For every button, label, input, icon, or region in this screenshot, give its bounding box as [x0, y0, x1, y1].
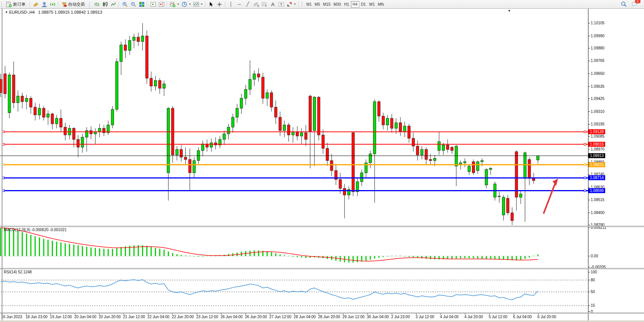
rsi-tick-label: 100 — [591, 270, 597, 274]
candle-body — [17, 96, 19, 103]
price-tick-label: 1.09535 — [591, 84, 604, 89]
dropdown-caret-icon: ▼ — [177, 3, 179, 5]
toolbar-grip[interactable] — [302, 2, 304, 7]
candle-body — [197, 151, 200, 160]
fibonacci-button[interactable]: F — [260, 0, 269, 8]
level-price-badge: 1.09016 — [588, 142, 605, 147]
line-handle[interactable] — [3, 177, 5, 179]
candle-body — [12, 75, 15, 103]
candle-body — [4, 74, 6, 94]
crosshair-button[interactable] — [215, 0, 224, 8]
pane-splitter-macd[interactable] — [0, 226, 644, 227]
autotrading-button[interactable]: 自动交易 — [60, 0, 88, 8]
candle-body — [403, 126, 406, 132]
line-handle[interactable] — [3, 143, 5, 145]
styler-button[interactable] — [32, 0, 40, 8]
pane-splitter-timeaxis[interactable] — [0, 312, 644, 314]
candle-body — [274, 107, 277, 117]
candle-body — [520, 194, 522, 197]
svg-text:E: E — [257, 5, 259, 7]
timeframe-w1[interactable]: W1 — [368, 1, 376, 8]
price-tick-label: 1.09085 — [591, 134, 604, 138]
collapse-icon[interactable]: ▼ — [5, 11, 8, 14]
zoom-in-button[interactable] — [121, 0, 129, 8]
timeframe-d1[interactable]: D1 — [359, 1, 368, 8]
trendline-button[interactable]: ╱ — [244, 0, 252, 8]
price-tick-label: 1.09425 — [591, 97, 604, 101]
timeframe-mn[interactable]: MN — [376, 1, 386, 8]
candle-body — [296, 132, 299, 136]
indicators-button[interactable]: ▼ — [169, 0, 180, 8]
signals-button[interactable] — [48, 0, 57, 8]
candle-body — [477, 162, 479, 170]
candle-body — [330, 160, 333, 170]
cursor-button[interactable] — [207, 0, 215, 8]
equidistant-channel-button[interactable]: E — [252, 0, 260, 8]
candle-body — [25, 98, 28, 102]
vertical-line-button[interactable]: │ — [227, 0, 235, 8]
zoom-out-button[interactable] — [129, 0, 137, 8]
candle-body — [128, 40, 131, 50]
clock-icon — [182, 2, 187, 7]
bar-chart-button[interactable] — [92, 0, 101, 8]
candle-body — [524, 153, 526, 178]
candle-body — [373, 102, 376, 154]
toolbar-separator — [58, 1, 59, 7]
scroll-end-marker-icon: ▼ — [508, 9, 511, 13]
community-button[interactable] — [40, 0, 48, 8]
line-handle[interactable] — [584, 190, 586, 192]
candlestick-chart-button[interactable] — [101, 0, 109, 8]
chart-window[interactable]: ▼ EURUSD-,H4 1.08875 1.08915 1.08842 1.0… — [0, 0, 644, 322]
candle-body — [201, 144, 204, 151]
line-handle[interactable] — [3, 131, 5, 133]
line-handle[interactable] — [3, 190, 5, 192]
candle-body — [537, 156, 539, 160]
pane-splitter-rsi[interactable] — [0, 268, 644, 269]
rsi-tick-label: 80 — [591, 278, 595, 282]
candle-body — [309, 96, 311, 132]
chart-canvas[interactable] — [0, 0, 644, 322]
horizontal-line-button[interactable]: ─ — [235, 0, 244, 8]
time-tick-label: 27 Jun 12:00 — [269, 315, 292, 319]
auto-scroll-button[interactable] — [149, 0, 157, 8]
indicators-icon — [170, 2, 175, 7]
candle-body — [304, 133, 307, 140]
timeframe-h1[interactable]: H1 — [343, 1, 351, 8]
text-label-button[interactable]: T — [277, 0, 285, 8]
price-tick-label: 1.09990 — [591, 34, 604, 38]
price-tick-label: 1.09880 — [591, 46, 604, 50]
timeframe-m30[interactable]: M30 — [332, 1, 342, 8]
window-left-edge-inner — [2, 8, 3, 320]
toolbar-separator — [167, 1, 167, 7]
arrow-annotation[interactable] — [544, 184, 555, 214]
notification-badge: 1 — [635, 0, 641, 3]
candle-body — [60, 118, 62, 127]
line-handle[interactable] — [584, 143, 586, 145]
line-handle[interactable] — [584, 177, 586, 179]
timeframe-h4[interactable]: H4 — [351, 1, 359, 8]
text-button[interactable]: A — [269, 0, 277, 8]
auto-scroll-icon — [150, 2, 156, 7]
search-button[interactable] — [620, 0, 628, 8]
candle-body — [124, 45, 127, 51]
candle-body — [532, 178, 535, 181]
toolbar-grip[interactable] — [2, 2, 3, 7]
line-handle[interactable] — [584, 131, 586, 133]
line-chart-button[interactable] — [109, 0, 118, 8]
time-tick-label: 5 Jul 12:00 — [489, 315, 507, 319]
rsi-tick-label: 15 — [591, 303, 595, 308]
timeframe-m15[interactable]: M15 — [322, 1, 332, 8]
toolbar-grip[interactable] — [89, 2, 91, 7]
line-handle[interactable] — [584, 164, 586, 166]
chart-shift-button[interactable] — [157, 0, 166, 8]
tile-windows-button[interactable] — [137, 0, 146, 8]
periods-button[interactable]: ▼ — [180, 0, 192, 8]
timeframe-m5[interactable]: M5 — [313, 1, 322, 8]
new-order-button[interactable]: 新订单 — [5, 0, 29, 8]
timeframe-m1[interactable]: M1 — [305, 1, 313, 8]
line-handle[interactable] — [3, 164, 5, 166]
styler-icon — [33, 2, 39, 7]
templates-button[interactable]: ▼ — [192, 0, 204, 8]
arrows-button[interactable]: ▼ — [285, 0, 297, 8]
notifications-button[interactable]: 1 — [630, 0, 639, 8]
